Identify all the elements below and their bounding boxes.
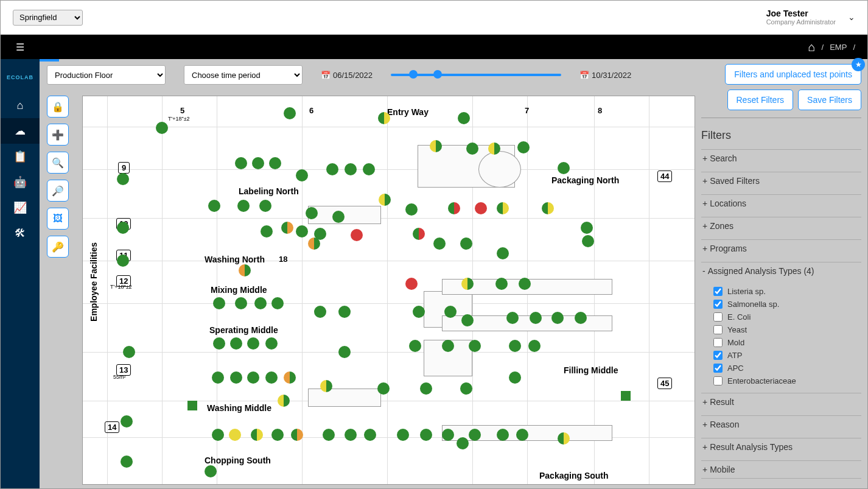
test-point[interactable] (405, 278, 418, 290)
test-point[interactable] (296, 169, 308, 181)
test-point[interactable] (413, 228, 425, 240)
test-point[interactable] (420, 382, 432, 395)
test-point[interactable] (488, 142, 500, 155)
test-point[interactable] (351, 229, 363, 241)
test-point[interactable] (420, 429, 432, 441)
test-point[interactable] (259, 200, 271, 212)
check-listeria[interactable]: Listeria sp. (713, 287, 861, 296)
test-point[interactable] (338, 346, 351, 358)
test-point[interactable] (156, 122, 168, 134)
test-point[interactable] (377, 382, 390, 395)
test-point[interactable] (121, 456, 133, 468)
lock-icon[interactable]: 🔒 (47, 96, 69, 118)
test-point[interactable] (530, 312, 542, 324)
test-point[interactable] (117, 173, 129, 185)
zoom-in-icon[interactable]: 🔍 (47, 152, 69, 174)
test-point[interactable] (278, 395, 290, 407)
test-point[interactable] (247, 371, 259, 384)
filter-result[interactable]: +Result (701, 393, 861, 410)
test-point[interactable] (269, 157, 281, 169)
test-point[interactable] (469, 340, 481, 352)
test-point[interactable] (212, 429, 224, 441)
test-point[interactable] (235, 157, 247, 169)
test-point[interactable] (229, 429, 241, 441)
slider-handle-start[interactable] (409, 70, 418, 79)
nav-home-icon[interactable]: ⌂ (1, 93, 40, 118)
nav-cloud-icon[interactable]: ☁ (1, 118, 40, 144)
test-point[interactable] (213, 297, 225, 309)
test-point[interactable] (291, 429, 303, 441)
filters-unplaced-button[interactable]: Filters and unplaced test points (725, 64, 861, 85)
test-point[interactable] (405, 203, 418, 216)
test-point[interactable] (509, 371, 521, 384)
nav-tools-icon[interactable]: 🛠 (1, 220, 40, 246)
floorplan[interactable]: Entry Way Packaging North Labeling North… (82, 96, 695, 485)
test-point[interactable] (495, 278, 508, 290)
test-point[interactable] (558, 162, 570, 174)
test-point[interactable] (123, 346, 135, 358)
image-icon[interactable]: 🖼 (47, 208, 69, 230)
test-point[interactable] (460, 382, 472, 395)
check-salmonella[interactable]: Salmonella sp. (713, 300, 861, 309)
nav-clipboard-icon[interactable]: 📋 (1, 144, 40, 169)
filter-programs[interactable]: +Programs (701, 239, 861, 257)
filter-search[interactable]: +Search (701, 149, 861, 167)
date-slider[interactable] (391, 74, 561, 76)
reset-filters-button[interactable]: Reset Filters (727, 90, 794, 110)
test-point[interactable] (239, 264, 251, 276)
check-apc[interactable]: APC (713, 364, 861, 373)
filter-saved[interactable]: +Saved Filters (701, 172, 861, 189)
test-point[interactable] (261, 225, 273, 237)
key-icon[interactable]: 🔑 (47, 236, 69, 258)
test-point[interactable] (519, 278, 531, 290)
test-point[interactable] (284, 107, 296, 119)
floor-select[interactable]: Production Floor (47, 65, 166, 85)
zoom-out-icon[interactable]: 🔎 (47, 180, 69, 202)
test-point[interactable] (551, 312, 564, 324)
test-point[interactable] (121, 415, 133, 427)
test-point[interactable] (448, 202, 460, 214)
test-point[interactable] (542, 202, 554, 214)
test-point[interactable] (378, 112, 390, 124)
test-point[interactable] (363, 163, 375, 175)
location-select[interactable]: Springfield (13, 10, 83, 26)
test-point[interactable] (506, 312, 519, 324)
test-point[interactable] (320, 380, 332, 392)
test-point[interactable] (379, 194, 391, 206)
test-point[interactable] (117, 222, 129, 234)
test-point[interactable] (296, 225, 308, 237)
test-point-square[interactable] (187, 401, 197, 410)
test-point[interactable] (517, 141, 530, 153)
test-point[interactable] (475, 202, 487, 214)
user-menu[interactable]: Joe Tester Company Administrator ⌄ (766, 9, 855, 27)
nav-chart-icon[interactable]: 📈 (1, 195, 40, 220)
test-point[interactable] (117, 255, 129, 267)
test-point[interactable] (314, 228, 326, 240)
test-point[interactable] (460, 237, 472, 250)
test-point[interactable] (582, 235, 594, 247)
test-point[interactable] (364, 429, 376, 441)
test-point[interactable] (252, 157, 264, 169)
filter-reason[interactable]: +Reason (701, 415, 861, 433)
test-point[interactable] (461, 278, 474, 290)
filter-result-types[interactable]: +Result Analysis Types (701, 438, 861, 456)
nav-robot-icon[interactable]: 🤖 (1, 169, 40, 195)
check-entero[interactable]: Enterobacteriaceae (713, 376, 861, 385)
test-point[interactable] (254, 297, 267, 309)
test-point[interactable] (461, 314, 474, 326)
test-point[interactable] (516, 429, 528, 441)
test-point[interactable] (581, 222, 593, 234)
test-point[interactable] (509, 340, 521, 352)
test-point[interactable] (271, 297, 284, 309)
test-point[interactable] (265, 337, 278, 350)
test-point[interactable] (497, 202, 509, 214)
test-point[interactable] (323, 429, 335, 441)
test-point[interactable] (251, 429, 263, 441)
test-point[interactable] (497, 429, 509, 441)
test-point[interactable] (284, 371, 296, 384)
test-point[interactable] (458, 112, 470, 124)
test-point[interactable] (247, 337, 259, 350)
filter-mobile[interactable]: +Mobile (701, 460, 861, 479)
check-ecoli[interactable]: E. Coli (713, 312, 861, 322)
test-point[interactable] (205, 465, 217, 477)
